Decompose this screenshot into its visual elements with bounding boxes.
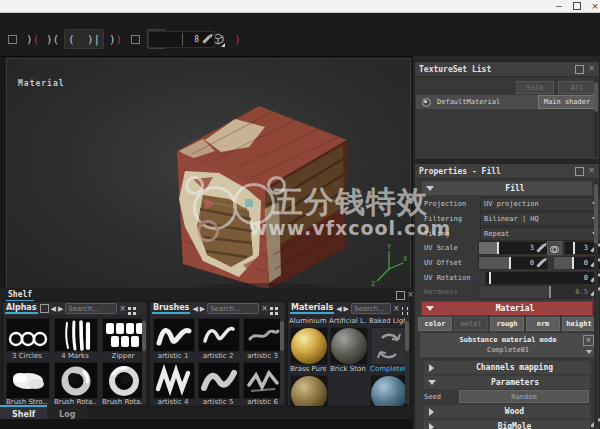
slider-handle[interactable]: [573, 242, 575, 254]
tiling-dropdown[interactable]: Repeat: [480, 227, 600, 241]
uv-scale-x-field[interactable]: 3: [478, 241, 548, 255]
solo-button[interactable]: Solo: [516, 81, 554, 94]
clear-search-icon[interactable]: ×: [119, 304, 126, 313]
channel-nrm-button[interactable]: nrm: [526, 317, 560, 331]
scrollbar-handle[interactable]: [594, 184, 598, 244]
tab-alphas[interactable]: Alphas: [5, 303, 38, 314]
projection-tool[interactable]: (: [66, 30, 83, 48]
prev-arrow-icon[interactable]: ◀: [192, 304, 197, 314]
brush-thumb-artistic3[interactable]: [243, 318, 284, 352]
prev-arrow-icon[interactable]: ◀: [51, 304, 56, 314]
slider-handle[interactable]: [497, 242, 499, 254]
maximize-button[interactable]: [570, 1, 584, 11]
material-thumb-partial1[interactable]: [290, 375, 328, 407]
scrollbar-handle[interactable]: [280, 321, 284, 351]
channels-mapping-header[interactable]: Channels mapping: [423, 360, 591, 375]
main-shader-button[interactable]: Main shader: [538, 95, 596, 109]
alpha-thumb-zipper[interactable]: [102, 318, 146, 352]
alpha-thumb-4marks[interactable]: [54, 318, 98, 352]
substance-material-box[interactable]: Substance material mode Complete01 ×: [419, 332, 597, 358]
alpha-thumb-brushrotation2[interactable]: [102, 362, 146, 399]
properties-header[interactable]: Properties - Fill ×: [415, 164, 599, 179]
materials-scrollbar[interactable]: [405, 317, 409, 404]
uv-rotation-field[interactable]: 0: [485, 271, 600, 285]
remove-material-button[interactable]: ×: [583, 335, 594, 346]
uv-offset-x-field[interactable]: 0: [478, 256, 548, 270]
brush-size-slider[interactable]: 8: [148, 31, 215, 48]
projection-dropdown[interactable]: UV projection: [480, 197, 600, 211]
close-panel-icon[interactable]: ×: [588, 167, 595, 175]
close-button[interactable]: ×: [588, 1, 600, 11]
material-thumb-complete01[interactable]: [370, 327, 408, 365]
brush-thumb-artistic4[interactable]: [153, 362, 195, 399]
prev-arrow-icon[interactable]: ◀: [336, 304, 341, 314]
textureset-visibility-radio-icon[interactable]: [422, 98, 431, 107]
scrollbar-handle[interactable]: [594, 82, 598, 112]
symmetry-toggle[interactable]: ): [229, 30, 246, 48]
filtering-dropdown[interactable]: Bilinear | HQ: [480, 212, 600, 226]
brush-thumb-artistic6[interactable]: [243, 362, 284, 399]
alpha-thumb-brushstroke[interactable]: [6, 362, 50, 399]
seed-random-button[interactable]: Random: [459, 390, 589, 403]
thumb-size-icon[interactable]: [40, 304, 49, 313]
brushes-scrollbar[interactable]: [280, 317, 284, 404]
textureset-scrollbar[interactable]: [594, 78, 598, 157]
axis-gizmo[interactable]: Y X Z: [365, 241, 409, 287]
channel-metal-button[interactable]: metal: [454, 317, 488, 331]
tool-preset-icon[interactable]: [4, 30, 21, 48]
paint-brush-tool[interactable]: )(: [24, 30, 41, 48]
edit-pencil-icon[interactable]: [536, 244, 544, 252]
scrollbar-handle[interactable]: [142, 321, 146, 351]
next-arrow-icon[interactable]: ▶: [200, 304, 205, 314]
close-panel-icon[interactable]: ×: [588, 65, 595, 73]
material-thumb-brickstone[interactable]: [330, 327, 368, 365]
materials-search-input[interactable]: [351, 303, 391, 314]
float-panel-icon[interactable]: [396, 291, 405, 300]
brush-thumb-artistic2[interactable]: [198, 318, 240, 352]
tab-materials[interactable]: Materials: [290, 303, 334, 314]
properties-scrollbar[interactable]: [594, 180, 598, 427]
brush-thumb-artistic1[interactable]: [153, 318, 195, 352]
textured-cube-mesh[interactable]: [7, 59, 410, 289]
float-panel-icon[interactable]: [575, 167, 584, 176]
polygon-fill-tool[interactable]: )|: [85, 30, 102, 48]
next-arrow-icon[interactable]: ▶: [344, 304, 349, 314]
alpha-thumb-3circles[interactable]: [6, 318, 50, 352]
clear-search-icon[interactable]: ×: [261, 304, 268, 313]
clear-search-icon[interactable]: ×: [393, 304, 400, 313]
grid-view-icon[interactable]: [128, 307, 131, 310]
channel-color-button[interactable]: color: [418, 317, 452, 331]
uv-offset-y-field[interactable]: 0: [553, 256, 600, 270]
smudge-tool[interactable]: )): [107, 30, 124, 48]
parameters-header[interactable]: Parameters: [423, 375, 591, 390]
textureset-list-header[interactable]: TextureSet List ×: [415, 62, 599, 77]
next-arrow-icon[interactable]: ▶: [58, 304, 63, 314]
brush-thumb-artistic5[interactable]: [198, 362, 240, 399]
edit-pencil-icon[interactable]: [536, 259, 544, 267]
fill-section-header[interactable]: Fill: [421, 181, 593, 196]
uv-scale-link-button[interactable]: [547, 241, 562, 255]
brushes-search-input[interactable]: [207, 303, 259, 314]
alphas-search-input[interactable]: [65, 303, 117, 314]
tab-brushes[interactable]: Brushes: [152, 303, 190, 314]
textureset-row[interactable]: DefaultMaterial Main shader: [416, 95, 598, 109]
group-wood-header[interactable]: Wood: [423, 404, 591, 419]
grid-view-icon[interactable]: [270, 307, 273, 310]
material-thumb-brasspure[interactable]: [290, 327, 328, 365]
slider-handle[interactable]: [509, 257, 511, 269]
hardness-field[interactable]: 0.5: [478, 285, 600, 299]
viewport-3d[interactable]: Material: [6, 58, 411, 290]
alpha-thumb-brushrotation1[interactable]: [54, 362, 98, 399]
all-button[interactable]: All: [558, 81, 596, 94]
slider-handle[interactable]: [572, 257, 574, 269]
minimize-button[interactable]: −: [552, 1, 566, 11]
eraser-tool[interactable]: )(: [44, 30, 61, 48]
close-panel-icon[interactable]: ×: [407, 291, 414, 299]
channel-rough-button[interactable]: rough: [490, 317, 524, 331]
scrollbar-handle[interactable]: [405, 321, 409, 351]
edit-pencil-icon[interactable]: [202, 35, 210, 43]
material-section-header[interactable]: Material: [421, 301, 593, 316]
material-thumb-partial2[interactable]: [370, 375, 408, 407]
slider-handle[interactable]: [489, 272, 491, 284]
float-panel-icon[interactable]: [575, 65, 584, 74]
